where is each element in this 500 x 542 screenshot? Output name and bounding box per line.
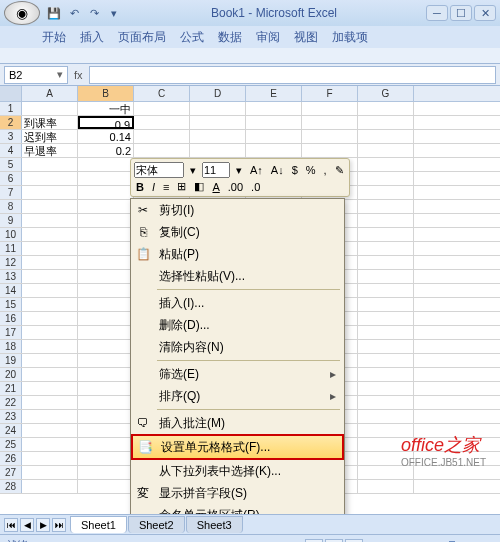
cell[interactable] [134, 144, 190, 157]
shrink-font-icon[interactable]: A↓ [269, 164, 286, 176]
row-header[interactable]: 15 [0, 298, 22, 311]
cell[interactable] [22, 214, 78, 227]
cell[interactable] [358, 186, 414, 199]
cell[interactable] [190, 116, 246, 129]
row-header[interactable]: 1 [0, 102, 22, 115]
cell[interactable] [78, 312, 134, 325]
cell[interactable] [78, 172, 134, 185]
cell[interactable] [22, 102, 78, 115]
row-header[interactable]: 25 [0, 438, 22, 451]
col-G[interactable]: G [358, 86, 414, 101]
fill-color-icon[interactable]: ◧ [192, 180, 206, 193]
cell[interactable] [358, 172, 414, 185]
cell[interactable]: 迟到率 [22, 130, 78, 143]
undo-icon[interactable]: ↶ [66, 5, 82, 21]
cell[interactable] [78, 298, 134, 311]
row-header[interactable]: 16 [0, 312, 22, 325]
cell[interactable] [302, 102, 358, 115]
sheet-tab-2[interactable]: Sheet2 [128, 516, 185, 533]
cell[interactable] [22, 396, 78, 409]
tab-layout[interactable]: 页面布局 [118, 29, 166, 46]
cell[interactable] [78, 452, 134, 465]
cell[interactable] [358, 200, 414, 213]
menu-insert[interactable]: 插入(I)... [131, 292, 344, 314]
font-size-input[interactable] [202, 162, 230, 178]
cell[interactable] [358, 214, 414, 227]
cell[interactable] [78, 438, 134, 451]
cell[interactable] [78, 368, 134, 381]
cell[interactable] [358, 452, 414, 465]
cell[interactable]: 一中 [78, 102, 134, 115]
chevron-down-icon[interactable]: ▾ [188, 164, 198, 177]
cell[interactable] [358, 242, 414, 255]
cell[interactable] [358, 144, 414, 157]
cell[interactable] [22, 200, 78, 213]
cell[interactable] [358, 424, 414, 437]
cell[interactable] [22, 228, 78, 241]
cell[interactable] [358, 228, 414, 241]
cell[interactable] [358, 480, 414, 493]
menu-format-cells[interactable]: 📑设置单元格格式(F)... [131, 434, 344, 460]
menu-name-range[interactable]: 命名单元格区域(R)... [131, 504, 344, 514]
format-painter-icon[interactable]: ✎ [333, 164, 346, 177]
cell[interactable] [358, 130, 414, 143]
row-header[interactable]: 9 [0, 214, 22, 227]
prev-sheet-button[interactable]: ◀ [20, 518, 34, 532]
name-box[interactable]: B2 ▾ [4, 66, 68, 84]
cell[interactable] [78, 340, 134, 353]
normal-view-button[interactable] [305, 539, 323, 543]
cell[interactable]: 0.9 [78, 116, 134, 129]
cell[interactable] [358, 466, 414, 479]
row-header[interactable]: 27 [0, 466, 22, 479]
cell[interactable] [22, 284, 78, 297]
align-center-icon[interactable]: ≡ [161, 181, 171, 193]
menu-copy[interactable]: ⎘复制(C) [131, 221, 344, 243]
row-header[interactable]: 5 [0, 158, 22, 171]
cell[interactable] [358, 312, 414, 325]
maximize-button[interactable]: ☐ [450, 5, 472, 21]
cell[interactable]: 0.14 [78, 130, 134, 143]
cell[interactable] [22, 186, 78, 199]
row-header[interactable]: 23 [0, 410, 22, 423]
row-header[interactable]: 26 [0, 452, 22, 465]
row-header[interactable]: 12 [0, 256, 22, 269]
row-header[interactable]: 6 [0, 172, 22, 185]
tab-data[interactable]: 数据 [218, 29, 242, 46]
menu-comment[interactable]: 🗨插入批注(M) [131, 412, 344, 434]
cell[interactable] [358, 326, 414, 339]
cell[interactable]: 到课率 [22, 116, 78, 129]
cell[interactable] [358, 368, 414, 381]
cell[interactable] [78, 396, 134, 409]
first-sheet-button[interactable]: ⏮ [4, 518, 18, 532]
cell[interactable] [78, 186, 134, 199]
row-header[interactable]: 24 [0, 424, 22, 437]
cell[interactable] [22, 480, 78, 493]
cell[interactable] [78, 242, 134, 255]
cell[interactable] [358, 340, 414, 353]
cell[interactable] [78, 480, 134, 493]
menu-phonetic[interactable]: 変显示拼音字段(S) [131, 482, 344, 504]
cell[interactable] [246, 144, 302, 157]
cell[interactable] [22, 410, 78, 423]
row-header[interactable]: 20 [0, 368, 22, 381]
cell[interactable] [358, 438, 414, 451]
cell[interactable] [302, 116, 358, 129]
col-E[interactable]: E [246, 86, 302, 101]
menu-delete[interactable]: 删除(D)... [131, 314, 344, 336]
cell[interactable] [78, 326, 134, 339]
row-header[interactable]: 18 [0, 340, 22, 353]
font-color-icon[interactable]: A [210, 181, 221, 193]
cell[interactable] [78, 158, 134, 171]
cell[interactable] [22, 354, 78, 367]
row-header[interactable]: 19 [0, 354, 22, 367]
fx-button[interactable]: fx [74, 69, 83, 81]
row-header[interactable]: 10 [0, 228, 22, 241]
col-F[interactable]: F [302, 86, 358, 101]
italic-icon[interactable]: I [150, 181, 157, 193]
cell[interactable] [134, 116, 190, 129]
cell[interactable] [78, 200, 134, 213]
cell[interactable] [22, 368, 78, 381]
grow-font-icon[interactable]: A↑ [248, 164, 265, 176]
last-sheet-button[interactable]: ⏭ [52, 518, 66, 532]
menu-paste-special[interactable]: 选择性粘贴(V)... [131, 265, 344, 287]
